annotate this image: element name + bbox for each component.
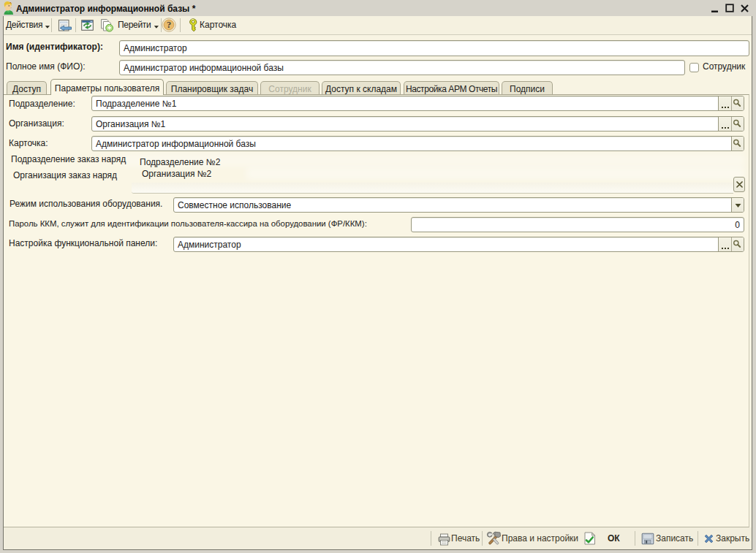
svg-text:?: ? <box>167 20 171 30</box>
